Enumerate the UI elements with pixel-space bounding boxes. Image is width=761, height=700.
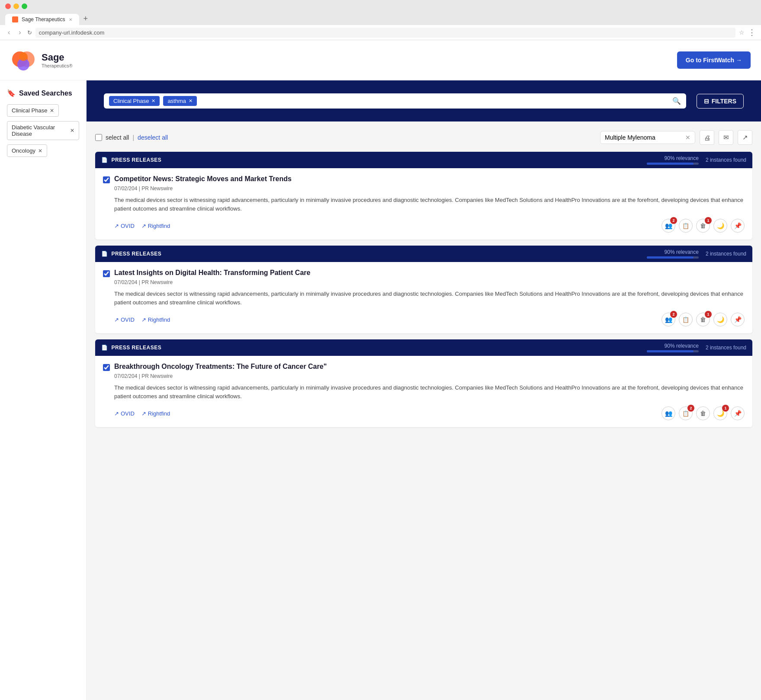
share-action-1[interactable]: 👥 2	[661, 219, 675, 233]
rightfind-link-1[interactable]: ↗ Rightfind	[141, 223, 170, 229]
toolbar: select all | deselect all ✕ 🖨 ✉ ↗	[95, 130, 752, 145]
back-button[interactable]: ‹	[5, 27, 13, 38]
external-icon-5: ↗	[114, 410, 119, 417]
filters-label: FILTERS	[712, 98, 736, 105]
later-action-1[interactable]: 🌙	[713, 219, 727, 233]
browser-tab[interactable]: Sage Therapeutics ✕	[5, 14, 79, 25]
search-bar: Clinical Phase ✕ asthma ✕ 🔍	[104, 93, 686, 109]
notes-action-3[interactable]: 📋 2	[679, 406, 693, 420]
search-input[interactable]	[200, 98, 669, 105]
moon-icon: 🌙	[713, 219, 727, 233]
remove-oncology-icon[interactable]: ✕	[38, 148, 42, 154]
remove-tag-clinical[interactable]: ✕	[151, 98, 155, 104]
card-excerpt-2: The medical devices sector is witnessing…	[114, 290, 745, 307]
forward-button[interactable]: ›	[16, 27, 23, 38]
card-body-3: Breakthrough Oncology Treatments: The Fu…	[95, 356, 752, 427]
delete-action-3[interactable]: 🗑	[696, 406, 710, 420]
ovid-link-2[interactable]: ↗ OVID	[114, 316, 135, 323]
card-checkbox-1[interactable]	[103, 176, 110, 183]
document-icon-3: 📄	[101, 345, 108, 351]
card-actions-3: 👥 📋 2 🗑	[661, 406, 745, 420]
instances-info: 2 instances found	[706, 157, 746, 163]
rightfind-link-3[interactable]: ↗ Rightfind	[141, 410, 170, 417]
rightfind-link-2[interactable]: ↗ Rightfind	[141, 316, 170, 323]
document-icon-2: 📄	[101, 251, 108, 257]
delete-action-2[interactable]: 🗑 1	[696, 313, 710, 326]
card-footer-3: ↗ OVID ↗ Rightfind	[114, 406, 745, 420]
close-dot[interactable]	[5, 3, 11, 9]
sidebar-item-diabetic-vascular[interactable]: Diabetic Vascular Disease ✕	[7, 121, 79, 140]
card-checkbox-3[interactable]	[103, 364, 110, 371]
content-area: select all | deselect all ✕ 🖨 ✉ ↗	[87, 121, 761, 700]
bookmark-icon[interactable]: ☆	[739, 29, 745, 36]
card-checkbox-2[interactable]	[103, 270, 110, 277]
remove-diabetic-icon[interactable]: ✕	[70, 128, 74, 134]
instances-label-3: 2 instances found	[706, 345, 746, 351]
card-date-2: 07/02/204	[114, 279, 137, 285]
select-all-checkbox[interactable]	[95, 134, 102, 141]
remove-clinical-icon[interactable]: ✕	[50, 108, 54, 114]
url-input[interactable]	[35, 28, 735, 38]
card-title-2: Latest Insights on Digital Health: Trans…	[114, 269, 745, 277]
relevance-label: 90% relevance	[665, 155, 699, 161]
card-actions-2: 👥 2 📋 🗑 1	[661, 313, 745, 326]
moon-icon-2: 🌙	[713, 313, 727, 326]
minimize-dot[interactable]	[13, 3, 19, 9]
share-action-3[interactable]: 👥	[661, 406, 675, 420]
card-links: ↗ OVID ↗ Rightfind	[114, 223, 170, 229]
card-header: 📄 PRESS RELEASES 90% relevance	[95, 152, 752, 168]
deselect-all-link[interactable]: deselect all	[138, 134, 168, 141]
delete-action-1[interactable]: 🗑 1	[696, 219, 710, 233]
sidebar-item-clinical-phase[interactable]: Clinical Phase ✕	[7, 104, 59, 117]
instances-info-3: 2 instances found	[706, 345, 746, 351]
notes-action-2[interactable]: 📋	[679, 313, 693, 326]
relevance-label-3: 90% relevance	[665, 343, 699, 349]
export-button[interactable]: ↗	[738, 130, 752, 145]
external-icon-2: ↗	[141, 223, 146, 229]
document-icon: 📄	[101, 157, 108, 163]
pin-action-3[interactable]: 📌	[731, 406, 745, 420]
share-action-2[interactable]: 👥 2	[661, 313, 675, 326]
sidebar-item-oncology[interactable]: Oncology ✕	[7, 144, 47, 157]
card-row-3: Breakthrough Oncology Treatments: The Fu…	[103, 363, 745, 420]
search-tag-clinical-label: Clinical Phase	[113, 98, 149, 104]
ovid-link-3[interactable]: ↗ OVID	[114, 410, 135, 417]
tab-close-btn[interactable]: ✕	[69, 17, 72, 22]
filter-clear-icon[interactable]: ✕	[685, 134, 690, 141]
browser-menu-icon[interactable]: ⋮	[748, 28, 756, 37]
delete-badge-1: 1	[705, 217, 712, 224]
results-list: 📄 PRESS RELEASES 90% relevance	[95, 152, 752, 427]
ovid-link-1[interactable]: ↗ OVID	[114, 223, 135, 229]
remove-tag-asthma[interactable]: ✕	[189, 98, 193, 104]
instances-info-2: 2 instances found	[706, 251, 746, 257]
tab-title: Sage Therapeutics	[22, 16, 65, 22]
card-footer: ↗ OVID ↗ Rightfind	[114, 219, 745, 233]
relevance-bar-container-3	[647, 350, 699, 352]
print-button[interactable]: 🖨	[700, 130, 714, 145]
external-icon: ↗	[114, 223, 119, 229]
filter-search-input[interactable]	[605, 134, 682, 141]
refresh-button[interactable]: ↻	[27, 29, 32, 36]
share-badge-2: 2	[670, 311, 677, 318]
later-action-2[interactable]: 🌙	[713, 313, 727, 326]
search-row: Clinical Phase ✕ asthma ✕ 🔍 ⊟ FILTERS	[104, 93, 744, 109]
maximize-dot[interactable]	[22, 3, 27, 9]
filters-button[interactable]: ⊟ FILTERS	[697, 94, 744, 109]
search-tag-asthma[interactable]: asthma ✕	[163, 96, 197, 106]
select-all-label: select all	[106, 134, 129, 141]
later-action-3[interactable]: 🌙 1	[713, 406, 727, 420]
new-tab-button[interactable]: +	[80, 13, 92, 25]
pin-action-1[interactable]: 📌	[731, 219, 745, 233]
email-button[interactable]: ✉	[719, 130, 733, 145]
notes-action-1[interactable]: 📋	[679, 219, 693, 233]
search-tag-clinical[interactable]: Clinical Phase ✕	[109, 96, 160, 106]
sidebar-label-clinical: Clinical Phase	[12, 107, 47, 114]
logo-text: Sage Therapeutics®	[42, 52, 73, 68]
firstwatch-button[interactable]: Go to FirstWatch →	[677, 51, 751, 69]
card-excerpt-3: The medical devices sector is witnessing…	[114, 384, 745, 400]
traffic-lights	[5, 3, 756, 9]
sidebar-label-oncology: Oncology	[12, 147, 35, 154]
pin-action-2[interactable]: 📌	[731, 313, 745, 326]
share-badge-1: 2	[670, 217, 677, 224]
search-icon[interactable]: 🔍	[672, 97, 681, 105]
